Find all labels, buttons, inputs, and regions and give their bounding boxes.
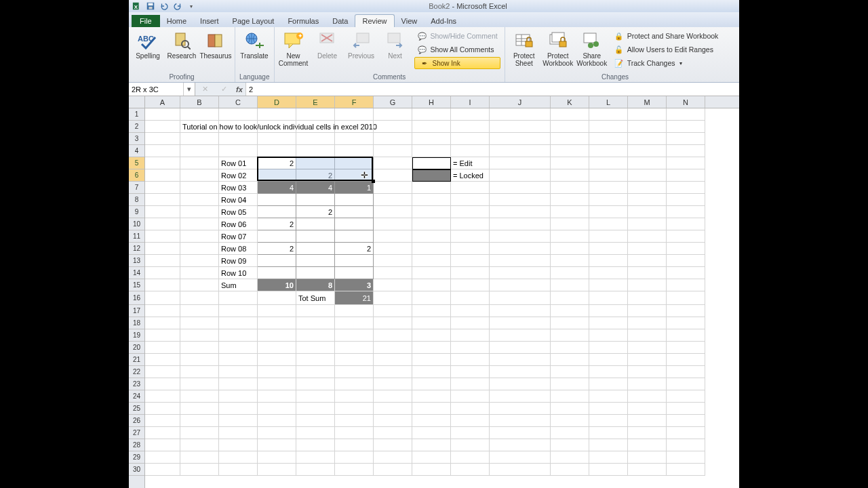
- cell-B30[interactable]: [180, 464, 219, 476]
- cell-B10[interactable]: [180, 218, 219, 230]
- qat-dropdown-icon[interactable]: ▾: [186, 1, 197, 12]
- cell-C19[interactable]: [219, 329, 258, 342]
- cell-D3[interactable]: [258, 133, 296, 145]
- cell-G16[interactable]: [374, 291, 412, 305]
- row-header-22[interactable]: 22: [129, 366, 144, 378]
- cell-E26[interactable]: [296, 415, 335, 427]
- cell-I20[interactable]: [451, 342, 490, 354]
- translate-button[interactable]: Translate: [239, 28, 269, 60]
- row-header-3[interactable]: 3: [129, 133, 144, 145]
- cell-F19[interactable]: [335, 329, 374, 342]
- cell-J13[interactable]: [490, 255, 551, 267]
- cell-G6[interactable]: [374, 169, 412, 182]
- cell-L24[interactable]: [589, 390, 628, 403]
- cell-E11[interactable]: [296, 230, 335, 243]
- cell-L9[interactable]: [589, 206, 628, 218]
- cell-C21[interactable]: [219, 354, 258, 366]
- row-header-11[interactable]: 11: [129, 230, 144, 243]
- cell-H29[interactable]: [412, 451, 451, 464]
- cell-M10[interactable]: [628, 218, 667, 230]
- cell-A5[interactable]: [145, 157, 180, 169]
- cell-H4[interactable]: [412, 145, 451, 157]
- cell-J28[interactable]: [490, 439, 551, 451]
- row-header-14[interactable]: 14: [129, 267, 144, 279]
- cell-B1[interactable]: [180, 108, 219, 121]
- row-header-19[interactable]: 19: [129, 329, 144, 342]
- cell-A30[interactable]: [145, 464, 180, 476]
- cell-M24[interactable]: [628, 390, 667, 403]
- cell-E30[interactable]: [296, 464, 335, 476]
- cell-F23[interactable]: [335, 378, 374, 390]
- cell-N25[interactable]: [667, 403, 705, 415]
- row-header-30[interactable]: 30: [129, 464, 144, 476]
- cell-I2[interactable]: [451, 121, 490, 133]
- cell-E3[interactable]: [296, 133, 335, 145]
- cell-J24[interactable]: [490, 390, 551, 403]
- show-ink-button[interactable]: ✒Show Ink: [414, 57, 500, 69]
- cell-B20[interactable]: [180, 342, 219, 354]
- cell-H10[interactable]: [412, 218, 451, 230]
- cell-F9[interactable]: [335, 206, 374, 218]
- cell-E17[interactable]: [296, 305, 335, 317]
- cell-L12[interactable]: [589, 243, 628, 255]
- row-header-4[interactable]: 4: [129, 145, 144, 157]
- cell-G3[interactable]: [374, 133, 412, 145]
- col-header-I[interactable]: I: [451, 96, 490, 108]
- cell-C4[interactable]: [219, 145, 258, 157]
- cell-C25[interactable]: [219, 403, 258, 415]
- col-header-H[interactable]: H: [412, 96, 451, 108]
- cell-G1[interactable]: [374, 108, 412, 121]
- cell-B16[interactable]: [180, 291, 219, 305]
- cell-B21[interactable]: [180, 354, 219, 366]
- cell-B13[interactable]: [180, 255, 219, 267]
- col-header-C[interactable]: C: [219, 96, 258, 108]
- cell-area[interactable]: Tutorial on how to look/unlock individua…: [145, 108, 739, 488]
- cell-G23[interactable]: [374, 378, 412, 390]
- cell-B22[interactable]: [180, 366, 219, 378]
- cell-D17[interactable]: [258, 305, 296, 317]
- track-changes-button[interactable]: 📝Track Changes▾: [611, 57, 722, 69]
- cell-G2[interactable]: [374, 121, 412, 133]
- cell-B4[interactable]: [180, 145, 219, 157]
- cell-B18[interactable]: [180, 317, 219, 329]
- cell-D29[interactable]: [258, 451, 296, 464]
- row-header-1[interactable]: 1: [129, 108, 144, 121]
- cell-G26[interactable]: [374, 415, 412, 427]
- cell-D18[interactable]: [258, 317, 296, 329]
- cell-F25[interactable]: [335, 403, 374, 415]
- cell-B19[interactable]: [180, 329, 219, 342]
- cell-L20[interactable]: [589, 342, 628, 354]
- cell-G20[interactable]: [374, 342, 412, 354]
- cell-B3[interactable]: [180, 133, 219, 145]
- cell-H6[interactable]: [412, 169, 451, 182]
- col-header-F[interactable]: F: [335, 96, 374, 108]
- cell-I26[interactable]: [451, 415, 490, 427]
- cell-B24[interactable]: [180, 390, 219, 403]
- cell-M4[interactable]: [628, 145, 667, 157]
- cell-I22[interactable]: [451, 366, 490, 378]
- cell-M11[interactable]: [628, 230, 667, 243]
- cell-B7[interactable]: [180, 182, 219, 194]
- cell-J3[interactable]: [490, 133, 551, 145]
- cell-K3[interactable]: [551, 133, 589, 145]
- cell-N14[interactable]: [667, 267, 705, 279]
- cell-A27[interactable]: [145, 427, 180, 439]
- formula-input[interactable]: 2: [245, 83, 739, 96]
- cell-F3[interactable]: [335, 133, 374, 145]
- cell-N13[interactable]: [667, 255, 705, 267]
- cell-K30[interactable]: [551, 464, 589, 476]
- cell-N22[interactable]: [667, 366, 705, 378]
- cell-J14[interactable]: [490, 267, 551, 279]
- cell-A14[interactable]: [145, 267, 180, 279]
- cell-E29[interactable]: [296, 451, 335, 464]
- cell-B6[interactable]: [180, 169, 219, 182]
- cell-H15[interactable]: [412, 279, 451, 291]
- cell-C15[interactable]: Sum: [219, 279, 258, 291]
- cell-K16[interactable]: [551, 291, 589, 305]
- cell-G8[interactable]: [374, 194, 412, 206]
- cell-F20[interactable]: [335, 342, 374, 354]
- cell-N18[interactable]: [667, 317, 705, 329]
- cell-D20[interactable]: [258, 342, 296, 354]
- cell-K29[interactable]: [551, 451, 589, 464]
- cell-H12[interactable]: [412, 243, 451, 255]
